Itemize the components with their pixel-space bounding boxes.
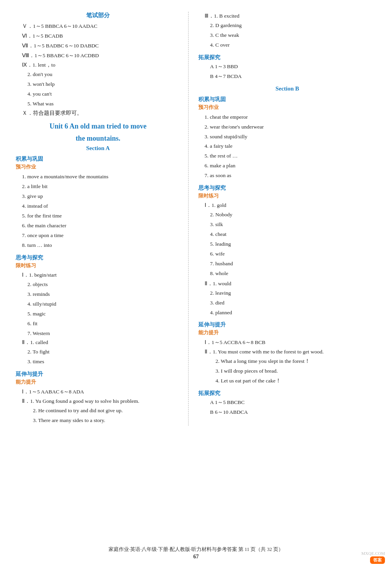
left-preview-2: 3. give up <box>16 192 180 201</box>
right-preview-2: 3. sound stupid/silly <box>198 132 376 142</box>
v-line: Ｖ．1～5 BBBCA 6～10 AADAC <box>16 22 180 31</box>
right-preview-0: 1. cheat the emperor <box>198 112 376 122</box>
right-r3-label: Ⅲ． <box>205 13 214 19</box>
ix-item-3: 4. you can't <box>16 89 180 99</box>
right-r2-item-1: 3. died <box>198 298 376 308</box>
right-r3-item-1: 3. C the weak <box>198 31 376 40</box>
right-thinking-heading: 思考与探究 <box>198 185 376 192</box>
right-column: Ⅲ．1. B excited 2. D gardening 3. C the w… <box>189 12 376 426</box>
left-r2-label: Ⅱ． <box>22 339 30 345</box>
right-tuozhan-b: B 4～7 BCDA <box>198 72 376 82</box>
right-r1-item-0: 2. Nobody <box>198 210 376 220</box>
left-r1-item-0: 2. objects <box>16 280 180 290</box>
left-a2-item-1: 2. He continued to try and did not give … <box>16 406 180 416</box>
section-b-title: Section B <box>198 85 376 92</box>
right-preview-1: 2. wear the/one's underwear <box>198 122 376 132</box>
footer-text: 家庭作业·英语·八年级·下册·配人教版·听力材料与参考答案 第 11 页（共 3… <box>0 546 392 553</box>
right-r3-sub1: 1. B excited <box>214 13 240 19</box>
left-extend-heading: 延伸与提升 <box>16 371 180 378</box>
left-r1-label: Ⅰ． <box>22 272 29 278</box>
left-preview-7: 8. turn … into <box>16 241 180 250</box>
left-ability1: Ⅰ．1～5 AABAC 6～8 ADA <box>16 387 180 397</box>
footer-page: 67 <box>0 554 392 560</box>
watermark-block: MXQE.COM 答案 <box>361 551 385 564</box>
right-a2-block: Ⅱ．1. You must come with me to the forest… <box>198 348 376 357</box>
left-preview-3: 4. instead of <box>16 201 180 211</box>
left-r1-sub1: 1. begin/start <box>29 272 57 278</box>
vii-line: Ⅶ．1～5 BADBC 6～10 DABDC <box>16 41 180 51</box>
left-preview-6: 7. once upon a time <box>16 231 180 241</box>
right-a2-item-2: 3. I will drop pieces of bread. <box>198 366 376 376</box>
page: 笔试部分 Ｖ．1～5 BBBCA 6～10 AADAC Ⅵ．1～5 BCADB … <box>0 0 392 567</box>
right-preview-6: 7. as soon as <box>198 171 376 181</box>
left-r2-item-1: 3. times <box>16 357 180 367</box>
answer-logo: 答案 <box>370 556 385 564</box>
right-r2-block: Ⅱ．1. would <box>198 279 376 288</box>
left-jilei-heading: 积累与巩固 <box>16 156 180 163</box>
right-r1-item-4: 6. wife <box>198 249 376 259</box>
left-r1-block: Ⅰ．1. begin/start <box>16 271 180 280</box>
left-a2-label: Ⅱ． <box>22 398 30 404</box>
left-thinking-heading: 思考与探究 <box>16 254 180 261</box>
vi-line: Ⅵ．1～5 BCADB <box>16 31 180 41</box>
right-ability1: Ⅰ．1～5 ACCBA 6～8 BCB <box>198 338 376 348</box>
left-r1-item-4: 6. fit <box>16 319 180 329</box>
right-tuozhan2-heading: 拓展探究 <box>198 390 376 397</box>
left-preview-4: 5. for the first time <box>16 211 180 221</box>
watermark-text: MXQE.COM <box>361 551 385 556</box>
right-r3-item-2: 4. C over <box>198 40 376 50</box>
right-tuozhan-a: A 1～3 BBD <box>198 62 376 72</box>
left-a2-block: Ⅱ．1. Yu Gong found a good way to solve h… <box>16 397 180 406</box>
right-jilei-heading: 积累与巩固 <box>198 96 376 103</box>
right-r1-item-3: 5. leading <box>198 239 376 249</box>
right-tuozhan2-a: A 1～5 BBCBC <box>198 398 376 408</box>
left-a2-item-0: 1. Yu Gong found a good way to solve his… <box>30 398 139 404</box>
right-preview-4: 5. the rest of … <box>198 151 376 161</box>
ix-item-4: 5. What was <box>16 99 180 109</box>
right-limited-heading: 限时练习 <box>198 192 376 199</box>
right-tuozhan-heading: 拓展探究 <box>198 54 376 61</box>
right-a2-label: Ⅱ． <box>205 349 213 355</box>
right-a2-item-0: 1. You must come with me to the forest t… <box>213 349 324 355</box>
right-r1-item-6: 8. whole <box>198 269 376 279</box>
right-r1-sub1: 1. gold <box>212 202 227 208</box>
right-r1-item-2: 4. cheat <box>198 230 376 239</box>
bishi-title: 笔试部分 <box>16 12 180 19</box>
right-r2-label: Ⅱ． <box>205 281 213 286</box>
ix-item-2: 3. won't help <box>16 80 180 89</box>
right-preview-5: 6. make a plan <box>198 161 376 171</box>
left-r2-item-0: 2. To fight <box>16 347 180 357</box>
unit-title-line1: Unit 6 An old man tried to move <box>16 122 180 130</box>
x-line: Ｘ．符合题目要求即可。 <box>16 109 180 118</box>
left-r1-item-3: 5. magic <box>16 309 180 319</box>
right-a2-item-3: 4. Let us eat part of the cake！ <box>198 376 376 386</box>
right-r2-item-2: 4. planned <box>198 308 376 318</box>
ix-label: Ⅸ． <box>22 62 33 68</box>
section-a-title: Section A <box>16 145 180 152</box>
left-preview-5: 6. the main character <box>16 221 180 231</box>
viii-line: Ⅷ．1～5 BBABC 6～10 ACDBD <box>16 51 180 61</box>
footer: 家庭作业·英语·八年级·下册·配人教版·听力材料与参考答案 第 11 页（共 3… <box>0 546 392 560</box>
left-preview-1: 2. a little bit <box>16 182 180 192</box>
left-r1-item-2: 4. silly/stupid <box>16 299 180 309</box>
right-r1-block: Ⅰ．1. gold <box>198 201 376 210</box>
left-a2-item-2: 3. There are many sides to a story. <box>16 416 180 426</box>
left-ability-heading: 能力提升 <box>16 379 180 386</box>
right-r2-item-0: 2. leaving <box>198 288 376 298</box>
left-column: 笔试部分 Ｖ．1～5 BBBCA 6～10 AADAC Ⅵ．1～5 BCADB … <box>16 12 189 426</box>
right-r3-item-0: 2. D gardening <box>198 21 376 31</box>
unit-title-line2: the mountains. <box>16 134 180 143</box>
ix-block: Ⅸ．1. lent，to <box>16 61 180 70</box>
right-a2-item-1: 2. What a long time you slept in the for… <box>198 357 376 366</box>
right-r1-label: Ⅰ． <box>205 202 212 208</box>
left-preview-heading: 预习作业 <box>16 163 180 170</box>
right-r3-block: Ⅲ．1. B excited <box>198 12 376 21</box>
right-r1-item-1: 3. silk <box>198 220 376 230</box>
left-r2-block: Ⅱ．1. called <box>16 338 180 347</box>
right-r2-sub1: 1. would <box>213 281 231 286</box>
left-preview-0: 1. move a mountain/move the mountains <box>16 172 180 182</box>
right-preview-3: 4. a fairy tale <box>198 141 376 151</box>
right-extend-heading: 延伸与提升 <box>198 321 376 328</box>
right-ability-heading: 能力提升 <box>198 329 376 336</box>
ix-item-1: 2. don't you <box>16 70 180 80</box>
